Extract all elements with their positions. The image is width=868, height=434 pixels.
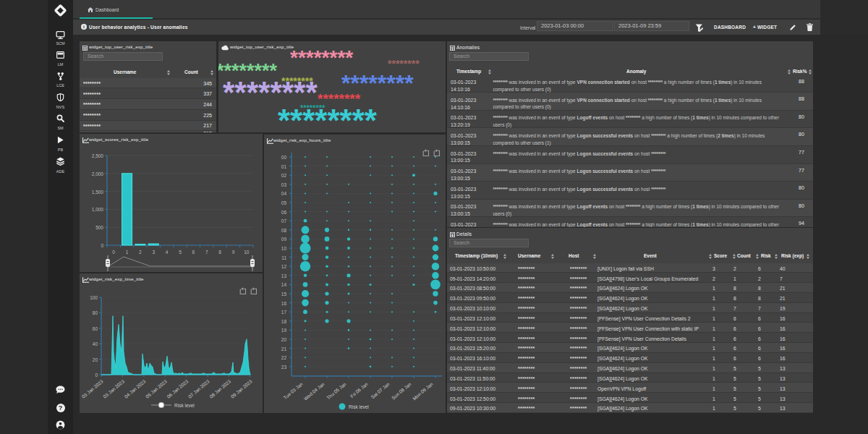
svg-text:10: 10 [244, 250, 250, 255]
svg-text:00: 00 [281, 155, 287, 160]
svg-text:100: 100 [90, 295, 98, 300]
svg-text:Wed 04 Jan: Wed 04 Jan [303, 381, 326, 401]
svg-text:23: 23 [281, 365, 287, 370]
svg-text:0: 0 [95, 373, 98, 378]
svg-text:06 Jan 2023: 06 Jan 2023 [166, 378, 189, 399]
svg-text:22: 22 [281, 355, 287, 360]
svg-text:03 Jan 2023: 03 Jan 2023 [81, 378, 104, 399]
svg-text:02: 02 [281, 173, 287, 178]
svg-text:2,500: 2,500 [92, 153, 104, 158]
svg-text:500: 500 [95, 225, 103, 230]
svg-text:1: 1 [126, 250, 129, 255]
svg-text:07: 07 [281, 218, 287, 224]
svg-text:12: 12 [281, 264, 287, 269]
svg-text:07 Jan 2023: 07 Jan 2023 [187, 378, 210, 399]
svg-text:11: 11 [281, 255, 286, 260]
svg-text:0: 0 [112, 250, 115, 255]
svg-text:05 Jan 2023: 05 Jan 2023 [145, 378, 168, 399]
svg-text:16: 16 [281, 301, 287, 306]
svg-text:5: 5 [179, 250, 182, 255]
svg-text:Tue 03 Jan: Tue 03 Jan [282, 381, 304, 400]
svg-text:03: 03 [281, 182, 287, 187]
svg-text:4: 4 [166, 250, 169, 255]
svg-text:14: 14 [281, 282, 287, 287]
svg-text:08 Jan 2023: 08 Jan 2023 [208, 378, 231, 399]
svg-text:Sat 07 Jan: Sat 07 Jan [370, 381, 391, 400]
svg-text:60: 60 [93, 326, 98, 331]
svg-text:01: 01 [281, 164, 287, 169]
svg-text:09 Jan 2023: 09 Jan 2023 [230, 378, 253, 399]
svg-text:Risk level: Risk level [349, 404, 369, 409]
svg-text:04: 04 [281, 191, 287, 196]
svg-text:80: 80 [93, 310, 98, 315]
svg-text:19: 19 [281, 328, 287, 333]
svg-text:1,500: 1,500 [92, 190, 104, 195]
svg-text:7: 7 [205, 250, 208, 255]
svg-text:8: 8 [218, 250, 221, 255]
svg-text:05: 05 [281, 200, 287, 205]
svg-text:03 Jan 2023: 03 Jan 2023 [102, 378, 125, 399]
svg-text:6: 6 [192, 250, 195, 255]
svg-text:15: 15 [281, 292, 287, 297]
svg-text:Risk level: Risk level [174, 403, 195, 408]
svg-text:06: 06 [281, 210, 287, 215]
svg-text:04 Jan 2023: 04 Jan 2023 [124, 378, 147, 399]
svg-text:1,000: 1,000 [92, 207, 104, 212]
svg-text:08: 08 [281, 228, 287, 233]
svg-text:9: 9 [232, 250, 235, 255]
svg-text:21: 21 [281, 346, 287, 352]
svg-text:2,000: 2,000 [92, 171, 104, 176]
svg-text:Fri 06 Jan: Fri 06 Jan [349, 381, 369, 399]
svg-text:0: 0 [101, 243, 103, 248]
svg-text:Sun 08 Jan: Sun 08 Jan [391, 381, 412, 401]
svg-text:40: 40 [93, 341, 98, 346]
svg-text:10: 10 [281, 246, 287, 251]
svg-text:13: 13 [281, 273, 287, 278]
svg-text:17: 17 [281, 310, 287, 315]
svg-text:18: 18 [281, 319, 287, 324]
svg-text:20: 20 [93, 357, 98, 362]
svg-text:Mon 09 Jan: Mon 09 Jan [412, 381, 434, 401]
svg-text:Thu 05 Jan: Thu 05 Jan [326, 381, 347, 401]
svg-text:20: 20 [281, 337, 287, 342]
svg-text:3: 3 [152, 250, 155, 255]
svg-text:09: 09 [281, 237, 287, 242]
svg-text:2: 2 [139, 250, 142, 255]
